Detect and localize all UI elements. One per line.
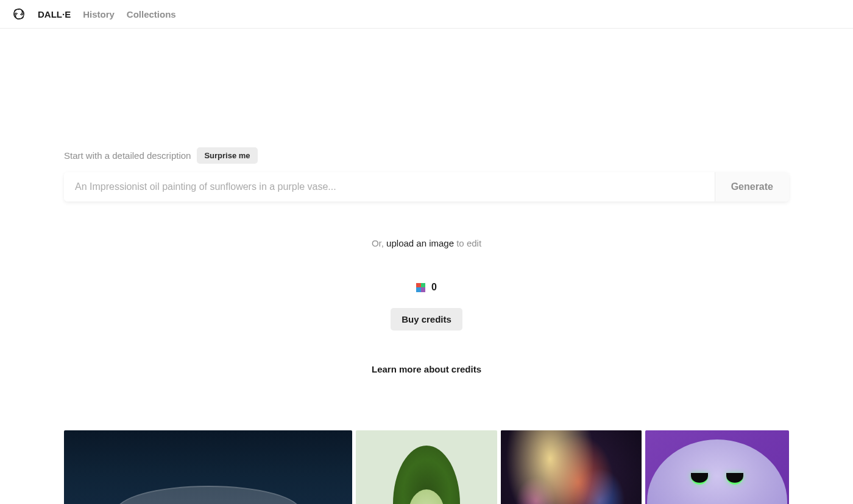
gallery (64, 430, 789, 504)
credits-icon (416, 283, 425, 292)
nav-history[interactable]: History (83, 9, 115, 19)
nebula-graphic (501, 430, 642, 504)
header: DALL·E History Collections (0, 0, 853, 29)
prompt-label: Start with a detailed description (64, 150, 191, 161)
prompt-section: Start with a detailed description Surpri… (64, 147, 789, 201)
upload-image-link[interactable]: upload an image (386, 238, 454, 248)
buy-credits-button[interactable]: Buy credits (391, 308, 462, 331)
prompt-input-row: Generate (64, 172, 789, 201)
gallery-item[interactable] (501, 430, 642, 504)
main-content: Start with a detailed description Surpri… (52, 147, 801, 504)
avocado-graphic (393, 446, 460, 504)
gallery-item[interactable] (356, 430, 497, 504)
nav-collections[interactable]: Collections (127, 9, 176, 19)
nav-dalle[interactable]: DALL·E (38, 9, 71, 19)
prompt-input[interactable] (64, 172, 715, 201)
gallery-item[interactable] (64, 430, 352, 504)
prompt-header: Start with a detailed description Surpri… (64, 147, 789, 164)
generate-button[interactable]: Generate (715, 172, 789, 201)
upload-line: Or, upload an image to edit (64, 238, 789, 248)
upload-prefix: Or, (372, 238, 386, 248)
openai-logo-icon[interactable] (12, 7, 26, 21)
yeti-graphic (647, 439, 787, 504)
surprise-me-button[interactable]: Surprise me (197, 147, 257, 164)
upload-suffix: to edit (454, 238, 481, 248)
credits-row: 0 (64, 282, 789, 293)
learn-more-link[interactable]: Learn more about credits (64, 364, 789, 374)
gallery-item[interactable] (645, 430, 789, 504)
credits-count: 0 (431, 282, 437, 293)
